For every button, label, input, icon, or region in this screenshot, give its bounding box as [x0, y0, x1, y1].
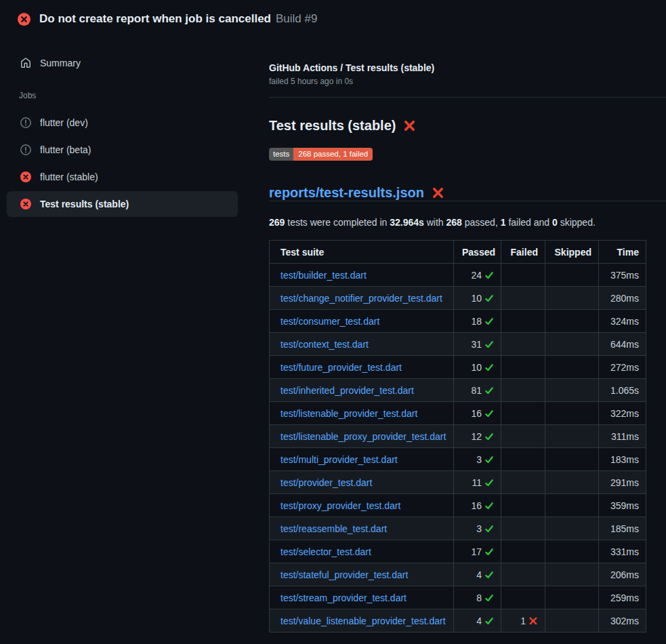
passed-cell: 11	[454, 471, 501, 494]
count: 16	[471, 408, 482, 419]
column-header-time: Time	[599, 241, 646, 264]
test-suite-link[interactable]: test/change_notifier_provider_test.dart	[280, 293, 442, 304]
time-cell: 206ms	[599, 563, 646, 586]
time-cell: 311ms	[599, 425, 646, 448]
skipped-cell	[545, 356, 599, 379]
failed-cell	[501, 563, 545, 586]
job-label: flutter (dev)	[40, 117, 88, 128]
test-suite-link[interactable]: test/selector_test.dart	[280, 546, 371, 557]
table-row: test/listenable_proxy_provider_test.dart…	[270, 425, 646, 448]
skipped-cell	[545, 586, 599, 609]
suite-cell: test/consumer_test.dart	[270, 310, 454, 333]
passed-cell: 31	[454, 333, 501, 356]
jobs-list: flutter (dev)flutter (beta)flutter (stab…	[0, 110, 245, 217]
breadcrumb: GitHub Actions / Test results (stable)	[269, 62, 666, 73]
tests-badge-wrap: tests 268 passed, 1 failed	[269, 148, 666, 161]
sidebar-item-test-results-stable[interactable]: Test results (stable)	[7, 191, 238, 217]
test-suite-link[interactable]: test/listenable_proxy_provider_test.dart	[280, 431, 446, 442]
check-mark-icon	[484, 593, 494, 603]
skipped-cell	[545, 471, 599, 494]
failed-cell	[501, 586, 545, 609]
test-suite-link[interactable]: test/inherited_provider_test.dart	[280, 385, 414, 396]
badge-label: tests	[269, 148, 293, 161]
sidebar-item-flutter-beta[interactable]: flutter (beta)	[7, 137, 238, 163]
table-row: test/listenable_provider_test.dart16322m…	[270, 402, 646, 425]
test-suite-link[interactable]: test/consumer_test.dart	[280, 316, 379, 327]
table-row: test/stream_provider_test.dart8259ms	[270, 586, 646, 609]
count: 24	[471, 270, 482, 281]
passed-cell-value: 16	[471, 408, 494, 419]
passed-cell-value: 3	[476, 523, 494, 534]
home-icon	[20, 58, 31, 68]
x-circle-icon	[20, 199, 31, 209]
passed-cell: 17	[454, 540, 501, 563]
count: 10	[471, 362, 482, 373]
main-content: GitHub Actions / Test results (stable) f…	[269, 0, 666, 632]
count: 1	[520, 616, 526, 626]
x-circle-icon	[18, 13, 30, 26]
table-row: test/provider_test.dart11291ms	[270, 471, 646, 494]
check-mark-icon	[484, 455, 494, 464]
badge-value: 268 passed, 1 failed	[293, 148, 373, 161]
test-suite-link[interactable]: test/value_listenable_provider_test.dart	[280, 616, 446, 626]
table-row: test/value_listenable_provider_test.dart…	[270, 609, 646, 632]
passed-cell-value: 81	[471, 385, 494, 396]
check-mark-icon	[484, 409, 494, 418]
test-suite-link[interactable]: test/future_provider_test.dart	[280, 362, 402, 373]
sidebar-item-flutter-dev[interactable]: flutter (dev)	[7, 110, 238, 136]
test-suite-link[interactable]: test/context_test.dart	[280, 339, 369, 350]
summary-number: 268	[446, 217, 462, 228]
passed-cell-value: 12	[471, 431, 494, 442]
jobs-section-label: Jobs	[19, 91, 245, 100]
suite-cell: test/listenable_provider_test.dart	[270, 402, 454, 425]
table-row: test/future_provider_test.dart10272ms	[270, 356, 646, 379]
report-link[interactable]: reports/test-results.json	[269, 184, 424, 201]
suite-cell: test/inherited_provider_test.dart	[270, 379, 454, 402]
check-mark-icon	[484, 270, 494, 280]
column-header-skipped: Skipped	[545, 241, 599, 264]
check-mark-icon	[484, 478, 494, 487]
passed-cell: 18	[454, 310, 501, 333]
check-mark-icon	[484, 616, 494, 626]
check-mark-icon	[484, 340, 494, 349]
sidebar-item-summary[interactable]: Summary	[7, 50, 238, 76]
cross-mark-icon	[528, 616, 538, 626]
test-suite-link[interactable]: test/proxy_provider_test.dart	[280, 500, 400, 511]
count: 12	[471, 431, 482, 442]
failed-cell	[501, 402, 545, 425]
passed-cell-value: 3	[476, 454, 494, 465]
count: 3	[476, 454, 482, 465]
suite-cell: test/future_provider_test.dart	[270, 356, 454, 379]
passed-cell: 10	[454, 287, 501, 310]
summary-text: 269 tests were completed in 32.964s with…	[269, 217, 666, 228]
table-row: test/builder_test.dart24375ms	[270, 264, 646, 287]
passed-cell-value: 31	[471, 339, 494, 350]
time-cell: 280ms	[599, 287, 646, 310]
count: 3	[476, 523, 482, 534]
suite-cell: test/change_notifier_provider_test.dart	[270, 287, 454, 310]
summary-label: Summary	[40, 58, 81, 68]
skipped-cell	[545, 379, 599, 402]
skipped-cell	[545, 310, 599, 333]
failed-cell: 1	[501, 609, 545, 632]
skipped-cell	[545, 425, 599, 448]
table-row: test/selector_test.dart17331ms	[270, 540, 646, 563]
test-suite-link[interactable]: test/stateful_provider_test.dart	[280, 569, 408, 580]
suite-cell: test/context_test.dart	[270, 333, 454, 356]
test-suite-link[interactable]: test/provider_test.dart	[280, 477, 372, 488]
table-row: test/change_notifier_provider_test.dart1…	[270, 287, 646, 310]
test-suite-link[interactable]: test/listenable_provider_test.dart	[280, 408, 417, 419]
test-suite-link[interactable]: test/builder_test.dart	[280, 270, 367, 281]
time-cell: 291ms	[599, 471, 646, 494]
test-suite-link[interactable]: test/stream_provider_test.dart	[280, 592, 407, 603]
passed-cell: 12	[454, 425, 501, 448]
skipped-cell	[545, 333, 599, 356]
time-cell: 185ms	[599, 517, 646, 540]
table-row: test/stateful_provider_test.dart4206ms	[270, 563, 646, 586]
passed-cell: 4	[454, 563, 501, 586]
sidebar-item-flutter-stable[interactable]: flutter (stable)	[7, 164, 238, 190]
test-suite-link[interactable]: test/reassemble_test.dart	[280, 523, 387, 534]
alert-circle-icon	[20, 117, 31, 128]
job-label: flutter (stable)	[40, 172, 98, 182]
test-suite-link[interactable]: test/multi_provider_test.dart	[280, 454, 398, 465]
